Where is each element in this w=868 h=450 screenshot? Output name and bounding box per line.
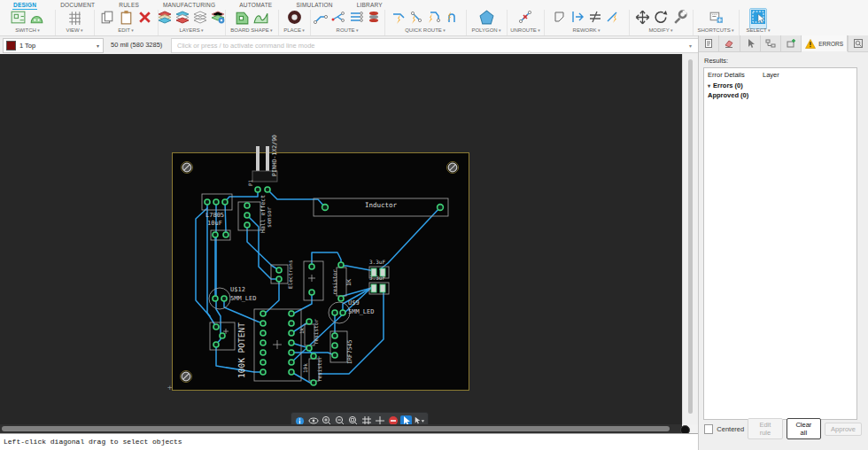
column-layer[interactable]: Layer [763,71,779,79]
menu-tab-automate[interactable]: AUTOMATE [238,0,273,9]
group-place-label[interactable]: PLACE [278,27,310,34]
vertical-scrollbar[interactable] [682,54,699,424]
approve-button[interactable]: Approve [825,423,862,436]
pcb-board[interactable]: P1 PINHD-1X2/90 L7805 10uF Hall effect s… [172,152,469,391]
results-table[interactable]: Error Details Layer ▾ Errors (0) Approve… [703,67,857,420]
origin-cross-icon[interactable] [374,415,385,425]
ref-label-p1[interactable]: P1 [248,180,253,186]
layer-settings-icon[interactable] [210,9,226,28]
disable-icon[interactable] [387,415,399,425]
ref-label-hall-2[interactable]: sensor [267,207,273,228]
group-view-label[interactable]: VIEW [55,27,94,34]
board-shape-curve-icon[interactable] [252,9,269,29]
polygon-icon[interactable] [478,9,495,29]
selection-mode-icon[interactable] [414,415,425,425]
command-history-caret-icon[interactable]: ▾ [689,43,692,49]
modify-move-icon[interactable] [634,9,651,29]
route-multi-icon[interactable] [348,9,364,28]
place-via-icon[interactable] [286,9,303,29]
pcb-artwork[interactable] [173,153,469,390]
column-error-details[interactable]: Error Details [708,71,763,79]
rework-lines-icon[interactable] [587,9,603,28]
view-grid-icon[interactable] [66,9,83,29]
layers-icon-b[interactable] [174,9,190,28]
info-icon[interactable] [294,415,306,425]
ref-label-u12[interactable]: U$12 [230,287,245,293]
ref-label-irf7545[interactable]: IRF7545 [347,340,353,364]
panel-tab-nets[interactable] [761,35,781,52]
board-shape-rect-icon[interactable] [234,9,251,29]
rework-bolt-icon[interactable] [605,9,621,28]
group-board-shape-label[interactable]: BOARD SHAPE [225,27,278,34]
paste-icon[interactable] [118,9,135,29]
group-select-label[interactable]: SELECT [739,27,778,34]
menu-tab-rules[interactable]: RULES [118,0,140,9]
delete-icon[interactable] [136,9,153,29]
rework-shape-icon[interactable] [552,9,568,28]
group-quick-route-label[interactable]: QUICK ROUTE [384,27,466,34]
tree-toggle-icon[interactable]: ▾ [708,82,710,89]
ref-label-inductor[interactable]: Inductor [314,202,448,209]
quickroute-icon-3[interactable] [426,9,442,28]
layer-select[interactable]: 1 Top ▾ [3,38,104,53]
layers-icon-c[interactable] [192,9,208,28]
panel-tab-document[interactable] [699,35,719,52]
ref-label-u9-led[interactable]: 5MM_LED [348,309,375,315]
panel-tab-cursor[interactable] [740,35,761,52]
horizontal-scrollbar[interactable] [0,424,682,433]
ref-label-u12-led[interactable]: 5MM_LED [230,296,257,302]
tree-item-errors[interactable]: ▾ Errors (0) [708,81,856,90]
zoom-fit-icon[interactable] [347,415,359,425]
menu-tab-simulation[interactable]: SIMULATION [295,0,333,9]
command-line-input[interactable] [171,38,699,53]
quickroute-icon-1[interactable] [391,9,407,28]
layer-select-caret-icon[interactable]: ▾ [97,43,99,49]
quickroute-icon-4[interactable] [444,9,460,28]
group-shortcuts-label[interactable]: SHORTCUTS [693,27,739,34]
ref-label-1k-a[interactable]: 1K [346,279,353,286]
tree-item-approved[interactable]: Approved (0) [708,90,856,100]
edit-rule-button[interactable]: Edit rule [748,418,782,439]
ref-label-res3[interactable]: resistor [317,356,322,382]
clear-all-button[interactable]: Clear all [787,418,821,439]
panel-tab-errors[interactable]: ERRORS [802,35,847,51]
horizontal-scrollbar-thumb[interactable] [2,426,670,431]
ref-label-cap2[interactable]: 3.3uF [369,275,385,281]
zoom-in-icon[interactable] [321,415,332,425]
group-polygon-label[interactable]: POLYGON [466,27,507,34]
select-cursor-icon[interactable] [400,415,412,425]
zoom-out-icon[interactable] [334,415,345,425]
group-rework-label[interactable]: REWORK [544,27,629,34]
grid-icon[interactable] [360,415,372,425]
ref-label-pinhd[interactable]: PINHD-1X2/90 [272,135,278,176]
shortcuts-icon[interactable] [708,9,725,29]
centered-checkbox[interactable] [704,424,713,434]
panel-tab-add-layer[interactable] [781,35,802,52]
rework-arrow-icon[interactable] [570,9,585,28]
ref-label-res1[interactable]: resistor [332,269,337,295]
group-layers-label[interactable]: LAYERS [158,27,225,34]
mounting-holes[interactable] [181,162,459,383]
route-fork-icon[interactable] [330,9,346,28]
route-stitch-icon[interactable] [366,9,382,28]
ref-label-cap1[interactable]: 3.3uF [369,260,385,265]
group-unroute-label[interactable]: UNROUTE [507,27,544,34]
panel-tab-zoom-region[interactable] [848,35,868,52]
ref-label-u9[interactable]: U$9 [348,300,360,306]
eye-icon[interactable] [307,415,319,425]
vertical-scrollbar-thumb[interactable] [688,59,693,414]
layers-icon-a[interactable] [157,9,173,28]
ref-label-10uf[interactable]: 10uF [207,221,222,227]
menu-tab-manufacturing[interactable]: MANUFACTURING [162,0,216,9]
quickroute-icon-2[interactable] [408,9,424,28]
select-icon[interactable] [749,8,767,29]
modify-rotate-icon[interactable] [653,9,670,29]
unroute-icon[interactable] [517,9,533,28]
menu-tab-library[interactable]: LIBRARY [356,0,384,9]
panel-tab-eraser[interactable] [719,35,740,52]
group-route-label[interactable]: ROUTE [310,27,384,34]
switch-board-icon[interactable] [28,9,45,29]
group-switch-label[interactable]: SWITCH [0,27,55,34]
pcb-canvas[interactable]: P1 PINHD-1X2/90 L7805 10uF Hall effect s… [0,54,682,424]
ref-label-1k-b[interactable]: 1k [299,328,305,334]
